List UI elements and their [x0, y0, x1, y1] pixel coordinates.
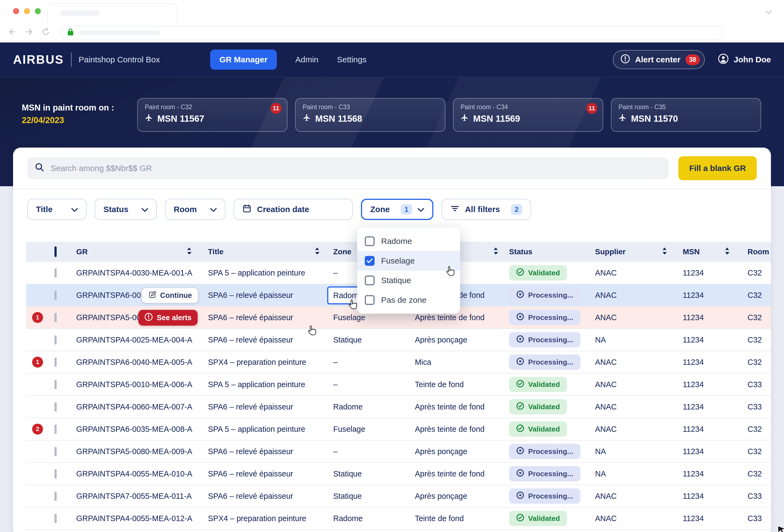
- checkbox-icon[interactable]: [365, 276, 374, 285]
- step-cell: Après teinte de fond: [410, 469, 503, 478]
- filter-status[interactable]: Status: [95, 199, 157, 220]
- row-select-cell: [26, 514, 68, 523]
- filter-title-label: Title: [36, 205, 53, 214]
- filter-title[interactable]: Title: [27, 199, 87, 220]
- fill-blank-gr-button[interactable]: Fill a blank GR: [678, 156, 757, 180]
- status-label: Processing...: [528, 447, 573, 456]
- gr-id: GRPAINTSPA5-0010-MEA-006-A: [76, 380, 192, 389]
- row-alert-count-badge: 2: [32, 424, 43, 435]
- select-all-checkbox[interactable]: [54, 246, 57, 257]
- chevron-down-icon[interactable]: [765, 6, 772, 17]
- room-cell: C32: [734, 269, 771, 277]
- table-row[interactable]: GRPAINTSPA4-0025-MEA-004-ASPA6 – relevé …: [26, 329, 771, 351]
- supplier-cell: NA: [584, 335, 671, 344]
- row-checkbox[interactable]: [54, 492, 57, 501]
- status-label: Processing...: [528, 313, 573, 322]
- gr-id: GRPAINTSPA6-0040-MEA-005-A: [76, 358, 192, 366]
- row-checkbox[interactable]: [54, 447, 57, 456]
- maximize-window-icon[interactable]: [35, 8, 41, 14]
- filter-creation-date[interactable]: Creation date: [233, 199, 353, 220]
- zone-option-pas-de-zone[interactable]: Pas de zone: [357, 290, 460, 310]
- paint-room-card[interactable]: Paint room - C34MSN 1156911: [453, 98, 603, 132]
- gr-id: GRPAINTSPA6-00: [76, 291, 141, 300]
- table-row[interactable]: GRPAINTSPA5-0010-MEA-006-ASPA 5 – applic…: [26, 373, 771, 396]
- table-row[interactable]: GRPAINTSPA4-0055-MEA-010-ASPA6 – relevé …: [26, 463, 771, 485]
- checkbox-checked-icon[interactable]: [365, 256, 374, 266]
- row-checkbox[interactable]: [54, 335, 57, 344]
- row-checkbox[interactable]: [54, 291, 57, 300]
- zone-option-label: Radome: [381, 236, 412, 246]
- user-menu[interactable]: John Doe: [718, 53, 771, 66]
- zone-option-label: Statique: [381, 276, 411, 285]
- tab-gr-manager[interactable]: GR Manager: [210, 50, 277, 70]
- search-input[interactable]: [50, 163, 661, 173]
- hand-cursor: [307, 325, 318, 338]
- sort-icon[interactable]: [662, 248, 667, 256]
- see-alerts-button[interactable]: See alerts: [138, 310, 198, 326]
- filter-zone[interactable]: Zone1: [361, 199, 433, 220]
- paint-room-msn: MSN 11570: [618, 114, 754, 124]
- forward-icon[interactable]: [25, 27, 34, 39]
- table-row[interactable]: GRPAINTSPA4-0060-MEA-007-ASPA6 – relevé …: [26, 396, 771, 418]
- sort-icon[interactable]: [725, 248, 730, 256]
- paint-room-msn: MSN 11569: [460, 114, 596, 124]
- sort-icon[interactable]: [187, 248, 192, 256]
- close-window-icon[interactable]: [13, 8, 19, 14]
- msn-room-label: MSN in paint room on :: [22, 103, 114, 113]
- tab-admin[interactable]: Admin: [296, 55, 318, 64]
- check-circle-icon: [516, 268, 524, 278]
- browser-tab[interactable]: [47, 3, 177, 22]
- filter-room[interactable]: Room: [165, 199, 225, 220]
- paint-room-card[interactable]: Paint room - C35MSN 11570: [611, 98, 761, 132]
- table-row[interactable]: 2GRPAINTSPA6-0035-MEA-008-ASPA 5 – appli…: [26, 418, 771, 441]
- table-row[interactable]: GRPAINTSPA7-0055-MEA-011-ASPA6 – relevé …: [26, 485, 771, 507]
- col-gr-header: GR: [68, 242, 196, 262]
- filter-all-filters[interactable]: All filters2: [442, 199, 531, 220]
- status-label: Processing...: [528, 492, 573, 500]
- table-row[interactable]: GRPAINTSPA5-0080-MEA-009-ASPA6 – relevé …: [26, 441, 771, 463]
- row-checkbox[interactable]: [54, 469, 57, 478]
- row-checkbox[interactable]: [54, 358, 57, 367]
- row-select-cell: [26, 492, 68, 501]
- tab-settings[interactable]: Settings: [337, 55, 366, 64]
- row-checkbox[interactable]: [54, 402, 57, 411]
- room-cell: C33: [734, 492, 771, 501]
- continue-label: Continue: [160, 291, 192, 300]
- room-cell: C32: [734, 425, 771, 434]
- check-circle-icon: [516, 424, 524, 434]
- checkbox-icon[interactable]: [365, 295, 374, 305]
- gr-id-cell: GRPAINTSPA7-0055-MEA-011-A: [68, 492, 196, 501]
- title-cell: SPX4 – preparation peinture: [196, 358, 324, 367]
- minimize-window-icon[interactable]: [24, 8, 30, 14]
- paint-room-card[interactable]: Paint room - C33MSN 11568: [295, 98, 445, 132]
- sort-icon[interactable]: [493, 248, 498, 256]
- gr-id: GRPAINTSPA4-0030-MEA-001-A: [76, 269, 192, 277]
- checkbox-icon[interactable]: [365, 236, 374, 246]
- logo-divider: [71, 53, 72, 67]
- paint-room-name: Paint room - C34: [460, 104, 596, 111]
- table-row[interactable]: 1GRPAINTSPA6-0040-MEA-005-ASPX4 – prepar…: [26, 351, 771, 373]
- room-cell: C32: [734, 469, 771, 478]
- row-checkbox[interactable]: [54, 269, 57, 277]
- title-cell: SPA6 – relevé épaisseur: [196, 313, 324, 322]
- continue-button[interactable]: Continue: [142, 287, 198, 303]
- reload-icon[interactable]: [41, 28, 50, 38]
- filter-count-badge: 2: [511, 204, 523, 215]
- paint-room-card[interactable]: Paint room - C32MSN 1156711: [137, 98, 287, 132]
- row-checkbox[interactable]: [54, 514, 57, 523]
- row-checkbox[interactable]: [54, 380, 57, 389]
- paint-room-name: Paint room - C32: [145, 104, 280, 111]
- gr-id: GRPAINTSPA5-005: [76, 313, 145, 322]
- search-bar[interactable]: [27, 157, 669, 179]
- row-checkbox[interactable]: [54, 313, 57, 322]
- zone-value: Statique: [333, 335, 362, 344]
- alert-center-button[interactable]: Alert center 38: [613, 50, 705, 69]
- zone-option-radome[interactable]: Radome: [357, 231, 460, 251]
- room-cell: C33: [734, 402, 771, 411]
- table-row[interactable]: GRPAINTSPA4-0055-MEA-012-ASPX4 – prepara…: [26, 507, 771, 530]
- sort-icon[interactable]: [315, 248, 319, 256]
- back-icon[interactable]: [8, 27, 17, 39]
- row-checkbox[interactable]: [54, 425, 57, 434]
- address-bar[interactable]: [60, 26, 723, 40]
- supplier-cell: ANAC: [584, 514, 671, 523]
